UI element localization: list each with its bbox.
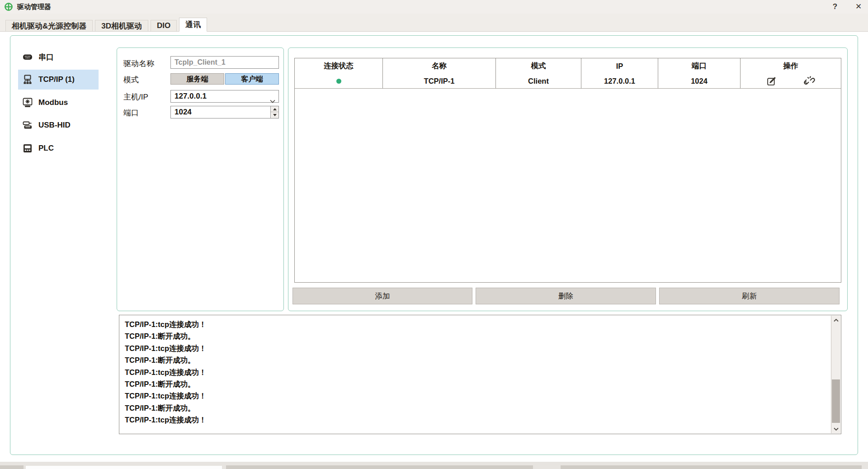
background-window-edge	[226, 465, 533, 469]
background-window-edge	[0, 465, 24, 469]
tab-communication[interactable]: 通讯	[179, 18, 207, 32]
driver-name-label: 驱动名称	[123, 58, 154, 69]
log-line: TCP/IP-1:tcp连接成功！	[125, 414, 826, 426]
sidebar-item-label: 串口	[38, 52, 54, 62]
log-line: TCP/IP-1:tcp连接成功！	[125, 342, 826, 354]
sidebar-item-tcpip[interactable]: TCP/IP (1)	[18, 70, 99, 90]
port-label: 端口	[123, 108, 139, 118]
table-header-row: 连接状态 名称 模式 IP 端口 操作	[295, 58, 841, 74]
sidebar-item-label: PLC	[38, 144, 54, 153]
cell-port: 1024	[658, 74, 741, 88]
background-window-edge	[26, 466, 222, 469]
communication-tab-page: 串口 TCP/IP (1) Modbus USB-HID	[0, 32, 868, 462]
spinner-down-button[interactable]	[271, 112, 278, 118]
log-scrollbar[interactable]	[831, 316, 840, 433]
network-icon	[23, 75, 33, 85]
table-row[interactable]: TCP/IP-1 Client 127.0.0.1 1024	[295, 74, 841, 89]
driver-name-input[interactable]	[170, 56, 279, 69]
sidebar-item-plc[interactable]: PLC	[18, 138, 99, 158]
header-operations: 操作	[741, 58, 841, 74]
chevron-down-icon	[270, 95, 275, 107]
log-line: TCP/IP-1:断开成功。	[125, 354, 826, 366]
disconnect-link-icon[interactable]	[804, 76, 815, 87]
log-line: TCP/IP-1:断开成功。	[125, 378, 826, 390]
sidebar-item-label: TCP/IP (1)	[38, 75, 75, 84]
tab-dio[interactable]: DIO	[151, 20, 177, 32]
log-area[interactable]: TCP/IP-1:tcp连接成功！ TCP/IP-1:断开成功。 TCP/IP-…	[119, 315, 841, 434]
usb-icon	[23, 121, 33, 130]
connections-panel: 连接状态 名称 模式 IP 端口 操作 TCP/IP-1 Client 127.…	[288, 47, 848, 311]
window-title: 驱动管理器	[17, 3, 51, 11]
edit-icon[interactable]	[766, 76, 778, 87]
status-connected-dot	[336, 79, 341, 84]
spinner-buttons	[270, 106, 278, 118]
host-ip-label: 主机/IP	[123, 92, 148, 102]
plc-icon	[23, 143, 33, 153]
port-value: 1024	[175, 108, 192, 116]
triangle-up-icon	[273, 108, 277, 110]
log-line: TCP/IP-1:tcp连接成功！	[125, 390, 826, 402]
tab-bar: 相机驱动&光源控制器 3D相机驱动 DIO 通讯	[0, 14, 868, 32]
background-window-edge	[561, 465, 862, 469]
host-ip-select[interactable]: 127.0.0.1	[170, 90, 279, 103]
sidebar-item-serial[interactable]: 串口	[18, 47, 99, 67]
log-line: TCP/IP-1:断开成功。	[125, 402, 826, 414]
header-port: 端口	[658, 58, 741, 74]
header-mode: 模式	[496, 58, 581, 74]
scroll-down-icon[interactable]	[831, 425, 840, 433]
log-line: TCP/IP-1:断开成功。	[125, 330, 826, 342]
app-logo-icon	[4, 2, 13, 11]
refresh-button[interactable]: 刷新	[659, 288, 840, 304]
spinner-up-button[interactable]	[271, 106, 278, 112]
title-bar: 驱动管理器 ? ✕	[0, 0, 868, 14]
sidebar-item-modbus[interactable]: Modbus	[18, 93, 99, 113]
tab-3d-camera[interactable]: 3D相机驱动	[95, 20, 148, 32]
cell-mode: Client	[496, 74, 581, 88]
driver-manager-app: 驱动管理器 ? ✕ 相机驱动&光源控制器 3D相机驱动 DIO 通讯 串口	[0, 0, 868, 469]
connections-table: 连接状态 名称 模式 IP 端口 操作 TCP/IP-1 Client 127.…	[294, 58, 841, 283]
driver-settings-panel: 驱动名称 模式 服务端 客户端 主机/IP 127.0.0.1 端口 1024	[117, 47, 284, 311]
cell-operations	[741, 74, 841, 88]
modbus-icon	[23, 98, 33, 108]
host-ip-value: 127.0.0.1	[175, 92, 207, 100]
scrollbar-thumb[interactable]	[832, 379, 840, 423]
sidebar-item-label: Modbus	[38, 98, 68, 107]
help-button[interactable]: ?	[829, 1, 841, 13]
header-name: 名称	[383, 58, 496, 74]
cell-status	[295, 74, 383, 88]
scroll-up-icon[interactable]	[831, 316, 840, 324]
tab-camera-light-controller[interactable]: 相机驱动&光源控制器	[5, 20, 93, 32]
port-spinner[interactable]: 1024	[170, 106, 279, 118]
sidebar-item-label: USB-HID	[38, 121, 71, 130]
delete-button[interactable]: 删除	[476, 288, 656, 304]
sidebar-item-usb-hid[interactable]: USB-HID	[18, 115, 99, 135]
triangle-down-icon	[273, 114, 277, 116]
log-lines: TCP/IP-1:tcp连接成功！ TCP/IP-1:断开成功。 TCP/IP-…	[125, 318, 826, 432]
log-line: TCP/IP-1:tcp连接成功！	[125, 318, 826, 330]
serial-port-icon	[23, 52, 33, 62]
log-line: TCP/IP-1:tcp连接成功！	[125, 366, 826, 378]
header-connection-status: 连接状态	[295, 58, 383, 74]
mode-server-button[interactable]: 服务端	[170, 73, 224, 85]
cell-ip: 127.0.0.1	[581, 74, 658, 88]
close-button[interactable]: ✕	[852, 1, 865, 13]
mode-client-button[interactable]: 客户端	[225, 73, 279, 85]
header-ip: IP	[581, 58, 658, 74]
add-button[interactable]: 添加	[292, 288, 472, 304]
mode-label: 模式	[123, 75, 139, 85]
app-window: 驱动管理器 ? ✕ 相机驱动&光源控制器 3D相机驱动 DIO 通讯 串口	[0, 0, 868, 462]
cell-name: TCP/IP-1	[383, 74, 496, 88]
